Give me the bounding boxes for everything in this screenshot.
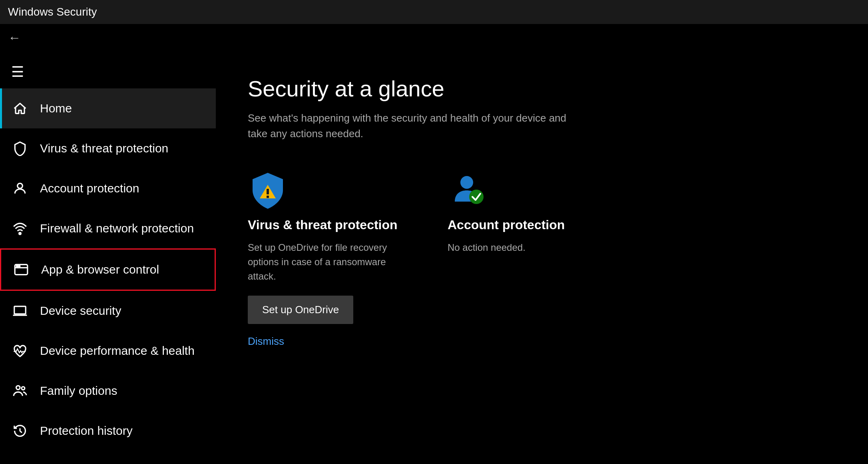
virus-card-desc: Set up OneDrive for file recovery option… [248,240,416,284]
svg-rect-10 [267,196,269,198]
setup-onedrive-button[interactable]: Set up OneDrive [248,296,353,324]
laptop-icon [11,302,29,320]
sidebar-item-history[interactable]: Protection history [0,411,216,451]
sidebar-label-family: Family options [40,384,117,398]
sidebar: ☰ Home Virus & threat protection Account… [0,52,216,464]
svg-point-11 [460,176,473,189]
sidebar-label-firewall: Firewall & network protection [40,222,194,235]
sidebar-label-devicesecurity: Device security [40,304,121,318]
main-layout: ☰ Home Virus & threat protection Account… [0,52,868,464]
shield-icon [11,140,29,157]
heart-icon [11,342,29,360]
browser-icon [12,261,30,278]
sidebar-item-virus[interactable]: Virus & threat protection [0,128,216,168]
family-icon [11,382,29,400]
svg-point-7 [22,387,25,390]
virus-card-title: Virus & threat protection [248,218,416,232]
page-title: Security at a glance [248,76,836,102]
page-subtitle: See what's happening with the security a… [248,110,567,142]
svg-point-0 [18,183,23,188]
sidebar-item-home[interactable]: Home [0,88,216,128]
wifi-icon [11,220,29,237]
svg-point-12 [469,190,484,204]
back-arrow-icon[interactable]: ← [8,30,21,45]
person-icon [11,180,29,197]
svg-rect-9 [267,189,269,194]
account-card-desc: No action needed. [448,240,565,255]
home-icon [11,100,29,117]
history-icon [11,422,29,440]
sidebar-label-virus: Virus & threat protection [40,142,168,155]
sidebar-item-account[interactable]: Account protection [0,168,216,208]
account-card-title: Account protection [448,218,565,232]
account-card: Account protection No action needed. [448,170,565,348]
sidebar-item-devicehealth[interactable]: Device performance & health [0,331,216,371]
app-title: Windows Security [8,6,97,18]
sidebar-label-devicehealth: Device performance & health [40,344,195,358]
svg-point-1 [19,232,21,234]
virus-card: Virus & threat protection Set up OneDriv… [248,170,416,348]
sidebar-item-appbrowser[interactable]: App & browser control [0,248,216,291]
sidebar-item-family[interactable]: Family options [0,371,216,411]
dismiss-link[interactable]: Dismiss [248,335,416,348]
back-button[interactable]: ← [0,24,868,52]
shield-warning-icon [248,170,288,210]
svg-rect-5 [14,306,26,314]
virus-card-icon [248,170,288,210]
cards-row: Virus & threat protection Set up OneDriv… [248,170,836,348]
sidebar-label-appbrowser: App & browser control [41,263,159,276]
svg-point-6 [16,386,20,390]
svg-point-4 [19,266,20,267]
sidebar-item-devicesecurity[interactable]: Device security [0,291,216,331]
title-bar: Windows Security [0,0,868,24]
sidebar-label-history: Protection history [40,424,133,438]
account-ok-icon [448,170,488,210]
main-content: Security at a glance See what's happenin… [216,52,868,464]
sidebar-label-account: Account protection [40,182,139,195]
svg-point-3 [16,266,18,267]
account-card-icon [448,170,488,210]
sidebar-item-firewall[interactable]: Firewall & network protection [0,208,216,248]
menu-toggle-button[interactable]: ☰ [0,56,216,88]
sidebar-label-home: Home [40,102,72,115]
